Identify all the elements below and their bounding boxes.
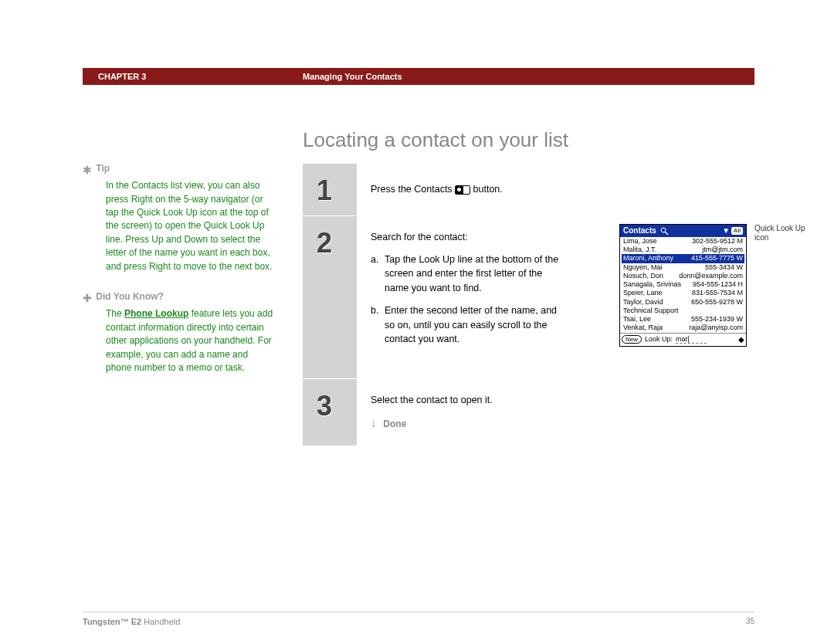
substep-a: a. Tap the Look Up line at the bottom of… — [371, 253, 564, 296]
sidebar: ✱ Tip In the Contacts list view, you can… — [83, 162, 276, 391]
tip-block: ✱ Tip In the Contacts list view, you can… — [83, 162, 276, 273]
contact-name: Taylor, David — [623, 298, 663, 307]
step-3-text: Select the contact to open it. — [371, 393, 744, 408]
tip-heading: Tip — [96, 163, 110, 174]
contacts-button-icon — [455, 185, 470, 195]
phone-lookup-link[interactable]: Phone Lookup — [124, 308, 188, 319]
step-1-text-after: button. — [473, 184, 503, 195]
substep-letter: a. — [371, 253, 385, 296]
contact-name: Lima, Jose — [623, 237, 657, 246]
product-rest: Handheld — [141, 617, 180, 626]
done-indicator: ↓ Done — [371, 415, 744, 432]
contact-phone: 555-3434 W — [705, 263, 743, 272]
step-3-body: Select the contact to open it. ↓ Done — [357, 379, 754, 446]
palm-contact-row: Sanagala, Srivinas954-555-1234 H — [622, 280, 744, 289]
page-title: Locating a contact on your list — [303, 128, 568, 152]
tip-body: In the Contacts list view, you can also … — [83, 179, 276, 273]
palm-app-title: Contacts — [623, 226, 656, 236]
palm-contact-row: Venkat, Rajaraja@anyisp.com — [622, 324, 744, 332]
substep-letter: b. — [371, 303, 385, 347]
scroll-arrows-icon: ◆ — [738, 335, 744, 344]
contact-name: Technical Support — [623, 307, 679, 315]
palm-titlebar: Contacts ▼ All — [620, 225, 746, 237]
palm-category: All — [731, 227, 743, 235]
step-number: 2 — [317, 227, 332, 259]
palm-screenshot: Contacts ▼ All Lima, Jose302-555-9512 MM… — [619, 224, 747, 347]
palm-contact-row: Malita, J.T.jtm@jtm.com — [622, 246, 744, 254]
steps-panel: 1 Press the Contacts button. 2 Search fo… — [303, 164, 754, 446]
step-2-body: Search for the contact: a. Tap the Look … — [357, 216, 754, 378]
contact-phone: 650-555-9278 W — [691, 298, 743, 307]
palm-lookup-value: mar| — [676, 335, 707, 344]
palm-contact-row: Technical Support — [622, 307, 744, 315]
plus-icon: ✚ — [83, 290, 93, 306]
contact-name: Tsai, Lee — [623, 315, 651, 324]
palm-contact-row: Lima, Jose302-555-9512 M — [622, 237, 744, 246]
step-1-text-before: Press the Contacts — [371, 184, 455, 195]
contact-phone: donn@example.com — [679, 272, 743, 280]
palm-contact-row: Speier, Lane831-555-7534 M — [622, 289, 744, 297]
contact-phone: raja@anyisp.com — [689, 324, 743, 332]
step-1-body: Press the Contacts button. — [357, 164, 754, 215]
svg-line-1 — [665, 232, 668, 235]
step-1: 1 Press the Contacts button. — [303, 164, 754, 216]
contact-name: Malita, J.T. — [623, 246, 656, 254]
palm-contact-row: Nguyen, Mai555-3434 W — [622, 263, 744, 272]
down-arrow-icon: ↓ — [371, 415, 376, 432]
page-footer: Tungsten™ E2 Handheld 35 — [83, 612, 754, 626]
substep-b: b. Enter the second letter of the name, … — [371, 303, 564, 347]
contact-phone: 954-555-1234 H — [693, 280, 743, 289]
substep-a-text: Tap the Look Up line at the bottom of th… — [385, 253, 564, 296]
substep-b-text: Enter the second letter of the name, and… — [385, 303, 564, 347]
chapter-title: Managing Your Contacts — [303, 72, 402, 81]
contact-phone: 831-555-7534 M — [692, 289, 743, 297]
done-label: Done — [383, 419, 406, 429]
page-number: 35 — [746, 617, 754, 626]
step-number: 3 — [317, 390, 332, 422]
palm-lookup-label: Look Up: — [645, 335, 673, 344]
didyouknow-block: ✚ Did You Know? The Phone Lookup feature… — [83, 290, 276, 375]
contact-phone: 555-234-1939 W — [691, 315, 743, 324]
dyk-prefix: The — [106, 308, 124, 319]
step-3: 3 Select the contact to open it. ↓ Done — [303, 379, 754, 446]
contact-phone: jtm@jtm.com — [702, 246, 743, 254]
palm-contact-row: Taylor, David650-555-9278 W — [622, 298, 744, 307]
contact-name: Speier, Lane — [623, 289, 663, 297]
product-name: Tungsten™ E2 Handheld — [83, 617, 180, 626]
contact-name: Nguyen, Mai — [623, 263, 663, 272]
palm-contact-list: Lima, Jose302-555-9512 MMalita, J.T.jtm@… — [620, 237, 746, 333]
chapter-label: CHAPTER 3 — [98, 72, 146, 81]
contact-name: Sanagala, Srivinas — [623, 280, 681, 289]
step-2: 2 Search for the contact: a. Tap the Loo… — [303, 216, 754, 379]
contact-phone: 415-555-7775 W — [691, 254, 743, 263]
contact-name: Maroni, Anthony — [623, 254, 673, 263]
palm-new-button: New — [622, 335, 642, 344]
palm-contact-row: Tsai, Lee555-234-1939 W — [622, 315, 744, 324]
contact-name: Venkat, Raja — [623, 324, 663, 332]
quick-lookup-callout: Quick Look Up icon — [754, 224, 816, 242]
palm-contact-row: Nosuch, Dondonn@example.com — [622, 272, 744, 280]
product-bold: Tungsten™ E2 — [83, 617, 141, 626]
dropdown-triangle-icon: ▼ — [722, 226, 730, 236]
step-number: 1 — [317, 175, 332, 207]
quick-look-up-icon — [659, 226, 670, 236]
contact-phone: 302-555-9512 M — [692, 237, 743, 246]
palm-bottom-bar: New Look Up: mar| ◆ — [620, 333, 746, 346]
chapter-header: CHAPTER 3 Managing Your Contacts — [83, 68, 754, 85]
didyouknow-body: The Phone Lookup feature lets you add co… — [83, 307, 276, 375]
palm-contact-row: Maroni, Anthony415-555-7775 W — [622, 254, 744, 263]
palm-screen: Contacts ▼ All Lima, Jose302-555-9512 MM… — [619, 224, 747, 347]
didyouknow-heading: Did You Know? — [96, 291, 164, 302]
asterisk-icon: ✱ — [83, 162, 93, 178]
contact-name: Nosuch, Don — [623, 272, 663, 280]
